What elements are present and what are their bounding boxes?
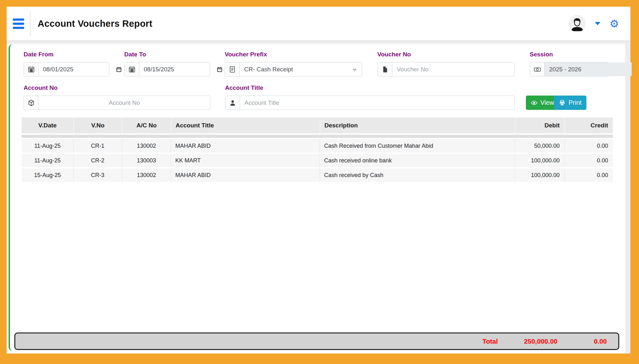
- voucher-no-label: Voucher No: [377, 51, 411, 58]
- voucher-prefix-label: Voucher Prefix: [225, 51, 267, 58]
- col-accounttitle: Account Title: [171, 118, 320, 133]
- cell-debit: 50,000.00: [515, 139, 564, 153]
- table-header-row: V.Date V.No A/C No Account Title Descrip…: [22, 118, 613, 133]
- page-content: Date From Date To Voucher Prefix Voucher…: [7, 41, 630, 353]
- printer-icon: [559, 99, 566, 106]
- voucher-prefix-select[interactable]: CR- Cash Receipt: [240, 62, 362, 76]
- date-from-group: [24, 62, 109, 76]
- cell-debit: 100,000.00: [515, 168, 564, 182]
- account-no-input[interactable]: [39, 96, 210, 110]
- vouchers-table: V.Date V.No A/C No Account Title Descrip…: [22, 116, 613, 183]
- col-description: Description: [320, 118, 515, 133]
- col-credit: Credit: [564, 118, 613, 133]
- session-input: [545, 62, 632, 76]
- cell-vdate: 15-Aug-25: [22, 168, 73, 182]
- table-row[interactable]: 11-Aug-25 CR-2 130003 KK MART Cash recei…: [22, 154, 613, 167]
- cell-credit: 0.00: [564, 139, 613, 153]
- cell-credit: 0.00: [564, 154, 613, 167]
- money-icon: [530, 62, 545, 76]
- session-label: Session: [530, 51, 553, 58]
- date-to-group: [124, 62, 210, 76]
- gear-icon[interactable]: ⚙: [609, 18, 619, 29]
- cell-acno: 130002: [122, 139, 171, 153]
- content-right-margin: [625, 41, 630, 353]
- col-vno: V.No: [73, 118, 122, 133]
- cell-vdate: 11-Aug-25: [22, 154, 73, 167]
- report-card: Date From Date To Voucher Prefix Voucher…: [9, 44, 625, 351]
- cell-vno: CR-1: [73, 139, 122, 153]
- document-icon: [225, 62, 240, 76]
- print-button-label: Print: [569, 99, 582, 106]
- page-title: Account Vouchers Report: [38, 18, 152, 29]
- eye-icon: [531, 99, 538, 106]
- cell-acno: 130003: [122, 154, 171, 167]
- cell-vdate: 11-Aug-25: [22, 139, 73, 153]
- account-no-label: Account No: [24, 84, 58, 91]
- app-window: Account Vouchers Report ⚙ Date From Date…: [7, 7, 630, 353]
- calendar-icon: [24, 62, 39, 76]
- voucher-no-group: [377, 62, 515, 76]
- content-gap: [7, 41, 630, 44]
- date-to-label: Date To: [124, 51, 146, 58]
- cell-description: Cash Received from Customer Mahar Abid: [320, 139, 515, 153]
- chevron-down-icon[interactable]: [595, 22, 600, 25]
- total-credit-value: 0.00: [594, 338, 607, 345]
- total-bar: Total 250,000.00 0.00: [14, 332, 619, 350]
- header-right-group: ⚙: [569, 15, 630, 32]
- date-from-label: Date From: [24, 51, 54, 58]
- voucher-no-input[interactable]: [392, 62, 514, 76]
- voucher-prefix-group: CR- Cash Receipt: [225, 62, 362, 76]
- account-no-group: [24, 96, 210, 110]
- top-header: Account Vouchers Report ⚙: [7, 7, 630, 41]
- cell-vno: CR-2: [73, 154, 122, 167]
- table-row[interactable]: 11-Aug-25 CR-1 130002 MAHAR ABID Cash Re…: [22, 139, 613, 153]
- cell-vno: CR-3: [73, 168, 122, 182]
- account-title-group: [225, 96, 515, 110]
- cell-credit: 0.00: [564, 168, 613, 182]
- date-to-input[interactable]: [139, 62, 226, 76]
- box-icon: [24, 96, 39, 110]
- total-label: Total: [482, 338, 498, 345]
- header-divider: [30, 11, 31, 36]
- col-vdate: V.Date: [22, 118, 73, 133]
- print-button[interactable]: Print: [554, 96, 586, 110]
- person-avatar-icon: [569, 15, 586, 32]
- file-icon: [378, 62, 392, 76]
- cell-description: Cash received online bank: [320, 154, 515, 167]
- date-from-input[interactable]: [39, 62, 126, 76]
- col-acno: A/C No: [122, 118, 171, 133]
- cell-accounttitle: MAHAR ABID: [171, 139, 320, 153]
- cell-description: Cash received by Cash: [320, 168, 515, 182]
- table-spacer-row: [22, 135, 613, 138]
- cell-accounttitle: KK MART: [171, 154, 320, 167]
- person-icon: [225, 96, 240, 110]
- cell-acno: 130002: [122, 168, 171, 182]
- hamburger-menu-icon[interactable]: [13, 18, 24, 29]
- cell-accounttitle: MAHAR ABID: [171, 168, 320, 182]
- user-avatar[interactable]: [569, 15, 586, 32]
- view-button-label: View: [541, 99, 554, 106]
- account-title-input[interactable]: [240, 96, 514, 110]
- col-debit: Debit: [515, 118, 564, 133]
- calendar-icon: [125, 62, 139, 76]
- table-row[interactable]: 15-Aug-25 CR-3 130002 MAHAR ABID Cash re…: [22, 168, 613, 182]
- account-title-label: Account Title: [225, 84, 263, 91]
- cell-debit: 100,000.00: [515, 154, 564, 167]
- total-debit-value: 250,000.00: [524, 338, 557, 345]
- session-group: [530, 62, 609, 76]
